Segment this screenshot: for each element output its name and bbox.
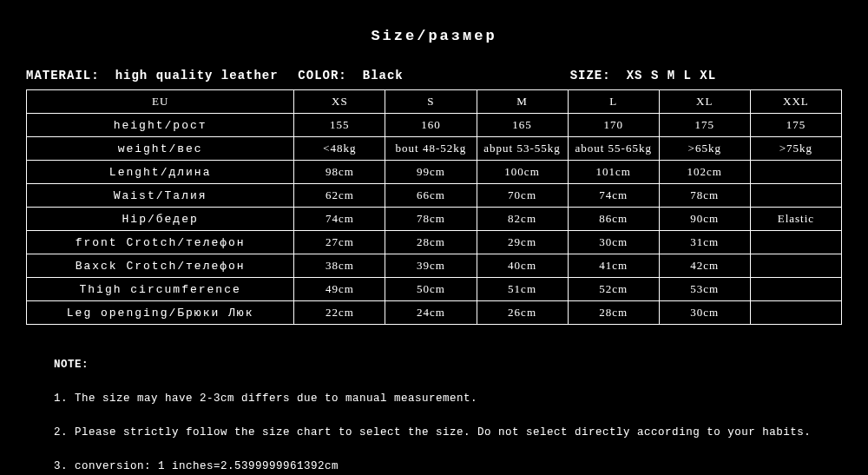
note-line-3: 3. conversion: 1 inches=2.5399999961392c… [54,460,339,472]
note-line-1: 1. The size may have 2-3cm differs due t… [54,393,477,405]
cell [750,161,841,184]
table-row: front Crotch/телефон27cm28cm29cm30cm31cm [27,231,842,254]
cell: 50cm [385,278,477,301]
cell [750,254,841,278]
cell: 40cm [477,254,568,278]
product-meta-row: MATERAIL: high quality leather COLOR: Bl… [26,65,842,89]
row-attr: Hip/бедер [27,208,294,231]
size-pair: SIZE: XS S M L XL [570,69,842,82]
col-header-s: S [385,90,477,114]
cell: 86cm [568,208,659,231]
color-label: COLOR: [298,69,346,82]
cell [750,278,841,301]
cell: 175 [659,114,750,137]
table-row: height/рост155160165170175175 [27,114,842,137]
material-value: high quality leather [115,69,279,82]
cell: 31cm [659,231,750,254]
cell: 51cm [477,278,568,301]
color-pair: COLOR: Black [298,69,569,82]
table-row: Thigh circumference49cm50cm51cm52cm53cm [27,278,842,301]
cell: 62cm [294,184,385,208]
cell: 82cm [477,208,568,231]
cell: 49cm [294,278,385,301]
cell: 28cm [568,301,659,325]
col-header-xxl: XXL [750,90,841,114]
cell: about 55-65kg [568,137,659,161]
cell: 28cm [385,231,477,254]
cell: 101cm [568,161,659,184]
col-header-xs: XS [294,90,385,114]
cell: 98cm [294,161,385,184]
cell [750,231,841,254]
note-line-2: 2. Please strictly follow the size chart… [54,426,811,439]
cell: 90cm [659,208,750,231]
cell [750,184,841,208]
table-row: Leg openging/Брюки Люк22cm24cm26cm28cm30… [27,301,842,325]
table-row: Hip/бедер74cm78cm82cm86cm90cmElastic [27,208,842,231]
cell: 175 [750,114,841,137]
cell: 41cm [568,254,659,278]
cell: 170 [568,114,659,137]
cell: 22cm [294,301,385,325]
material-label: MATERAIL: [26,69,100,82]
cell: 29cm [477,231,568,254]
size-value: XS S M L XL [627,69,716,82]
cell: 70cm [477,184,568,208]
page-title: Size/размер [26,9,842,65]
note-heading: NOTE: [54,359,89,371]
cell: >65kg [659,137,750,161]
cell: >75kg [750,137,841,161]
cell: 74cm [294,208,385,231]
cell: 99cm [385,161,477,184]
size-chart-document: Size/размер MATERAIL: high quality leath… [0,0,868,475]
cell: 66cm [385,184,477,208]
cell: 30cm [568,231,659,254]
table-row: Baxck Crotch/телефон38cm39cm40cm41cm42cm [27,254,842,278]
cell: 74cm [568,184,659,208]
cell: bout 48-52kg [385,137,477,161]
row-attr: height/рост [27,114,294,137]
cell: Elastic [750,208,841,231]
row-attr: Thigh circumference [27,278,294,301]
cell: 53cm [659,278,750,301]
cell: 38cm [294,254,385,278]
row-attr: weight/вес [27,137,294,161]
cell: 30cm [659,301,750,325]
cell: 165 [477,114,568,137]
note-block: NOTE: 1. The size may have 2-3cm differs… [26,325,842,475]
table-row: Waist/Талия62cm66cm70cm74cm78cm [27,184,842,208]
table-row: Lenght/длина98cm99cm100cm101cm102cm [27,161,842,184]
cell: 102cm [659,161,750,184]
cell: abput 53-55kg [477,137,568,161]
row-attr: Leg openging/Брюки Люк [27,301,294,325]
cell [750,301,841,325]
row-attr: Baxck Crotch/телефон [27,254,294,278]
cell: 24cm [385,301,477,325]
cell: 78cm [385,208,477,231]
cell: 78cm [659,184,750,208]
cell: 27cm [294,231,385,254]
cell: 100cm [477,161,568,184]
row-attr: Lenght/длина [27,161,294,184]
size-table: EU XS S M L XL XXL height/рост1551601651… [26,89,842,325]
color-value: Black [363,69,404,82]
row-attr: front Crotch/телефон [27,231,294,254]
col-header-xl: XL [659,90,750,114]
cell: 42cm [659,254,750,278]
table-row: weight/вес<48kgbout 48-52kgabput 53-55kg… [27,137,842,161]
cell: 160 [385,114,477,137]
col-header-attr: EU [27,90,294,114]
cell: 39cm [385,254,477,278]
col-header-m: M [477,90,568,114]
col-header-l: L [568,90,659,114]
size-label: SIZE: [570,69,611,82]
row-attr: Waist/Талия [27,184,294,208]
cell: 52cm [568,278,659,301]
table-header-row: EU XS S M L XL XXL [27,90,842,114]
cell: <48kg [294,137,385,161]
cell: 155 [294,114,385,137]
material-pair: MATERAIL: high quality leather [26,69,298,82]
cell: 26cm [477,301,568,325]
